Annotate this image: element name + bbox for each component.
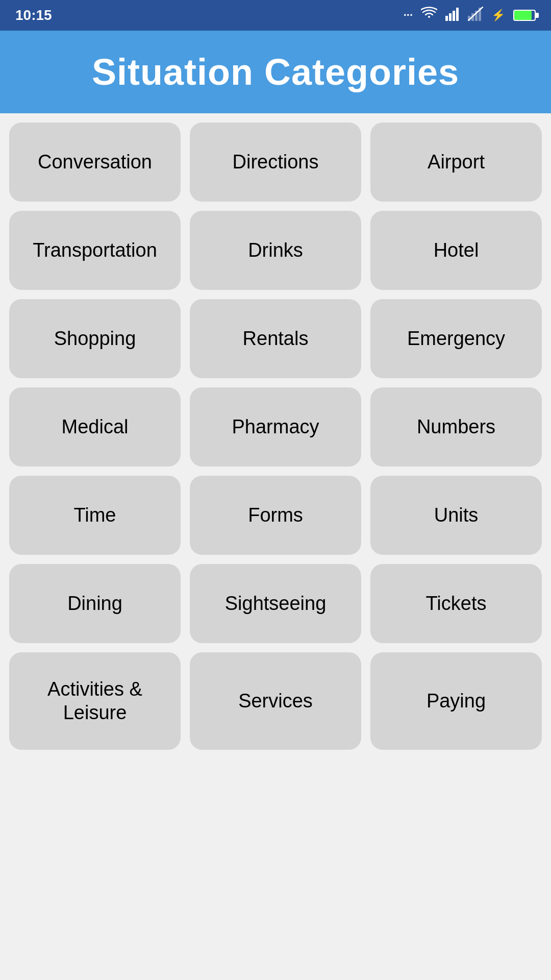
status-time: 10:15 xyxy=(15,7,52,23)
category-button-activities-leisure[interactable]: Activities &Leisure xyxy=(9,652,181,750)
category-button-emergency[interactable]: Emergency xyxy=(370,299,542,378)
category-button-rentals[interactable]: Rentals xyxy=(190,299,361,378)
category-button-forms[interactable]: Forms xyxy=(190,476,361,555)
category-button-shopping[interactable]: Shopping xyxy=(9,299,181,378)
svg-rect-1 xyxy=(449,13,452,21)
category-button-transportation[interactable]: Transportation xyxy=(9,211,181,290)
no-signal-icon xyxy=(468,7,483,24)
wifi-icon xyxy=(421,7,437,24)
category-button-dining[interactable]: Dining xyxy=(9,564,181,643)
category-button-hotel[interactable]: Hotel xyxy=(370,211,542,290)
page-title: Situation Categories xyxy=(10,51,541,93)
category-button-tickets[interactable]: Tickets xyxy=(370,564,542,643)
svg-rect-0 xyxy=(445,16,448,21)
category-button-airport[interactable]: Airport xyxy=(370,122,542,202)
status-icons: ··· xyxy=(404,7,536,24)
category-button-medical[interactable]: Medical xyxy=(9,387,181,467)
battery-icon xyxy=(513,10,536,21)
svg-rect-2 xyxy=(453,11,455,21)
category-button-numbers[interactable]: Numbers xyxy=(370,387,542,467)
category-button-services[interactable]: Services xyxy=(190,652,361,750)
category-button-drinks[interactable]: Drinks xyxy=(190,211,361,290)
category-button-directions[interactable]: Directions xyxy=(190,122,361,202)
app-header: Situation Categories xyxy=(0,31,551,113)
categories-grid: ConversationDirectionsAirportTransportat… xyxy=(0,113,551,759)
dots-icon: ··· xyxy=(404,9,413,22)
status-bar: 10:15 ··· xyxy=(0,0,551,31)
category-button-paying[interactable]: Paying xyxy=(370,652,542,750)
svg-rect-3 xyxy=(456,8,459,21)
signal-icon xyxy=(445,7,460,24)
category-button-pharmacy[interactable]: Pharmacy xyxy=(190,387,361,467)
category-button-time[interactable]: Time xyxy=(9,476,181,555)
charging-icon: ⚡ xyxy=(491,9,505,22)
category-button-sightseeing[interactable]: Sightseeing xyxy=(190,564,361,643)
category-button-conversation[interactable]: Conversation xyxy=(9,122,181,202)
category-button-units[interactable]: Units xyxy=(370,476,542,555)
